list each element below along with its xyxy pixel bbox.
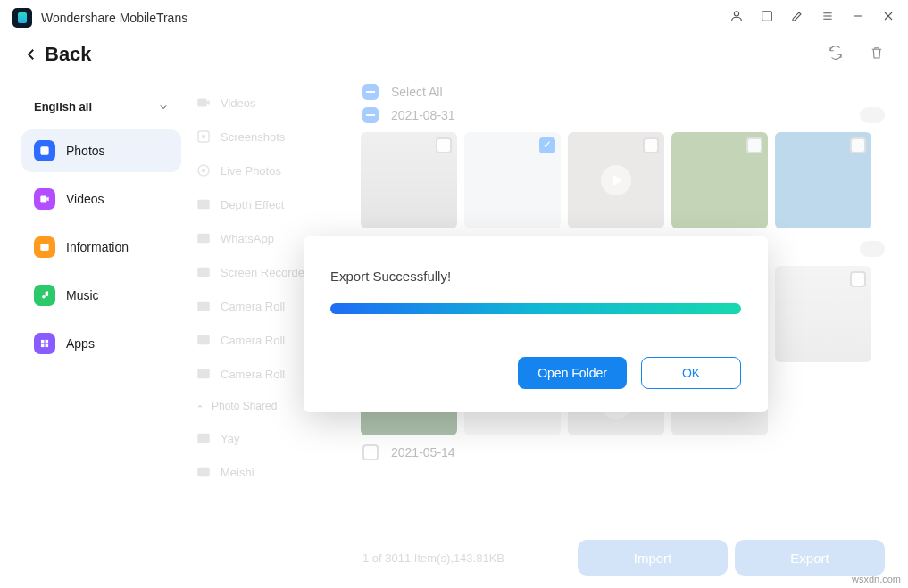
folder-item[interactable]: Videos <box>188 86 354 120</box>
close-icon[interactable] <box>881 9 896 27</box>
svg-rect-1 <box>762 12 772 21</box>
folder-item[interactable]: Yay <box>188 421 354 455</box>
sidebar-item-information[interactable]: Information <box>21 226 181 269</box>
feedback-icon[interactable] <box>760 9 774 27</box>
back-button[interactable]: Back <box>23 43 92 66</box>
export-button[interactable]: Export <box>735 540 885 576</box>
svg-rect-4 <box>40 244 48 251</box>
folder-item[interactable]: Depth Effect <box>188 187 354 221</box>
menu-icon[interactable] <box>821 9 835 27</box>
music-icon <box>34 285 55 306</box>
sidebar-item-label: Information <box>66 240 129 254</box>
svg-point-13 <box>202 169 206 173</box>
svg-rect-20 <box>197 434 210 443</box>
account-icon[interactable] <box>729 9 744 27</box>
status-text: 1 of 3011 Item(s),143.81KB <box>362 551 504 565</box>
thumb-checkbox[interactable] <box>643 137 659 153</box>
photo-thumbnail[interactable] <box>775 132 871 228</box>
date-group-label: 2021-05-14 <box>391 445 455 460</box>
sidebar-item-photos[interactable]: Photos <box>21 129 181 172</box>
sidebar-item-label: Music <box>66 288 99 302</box>
import-button[interactable]: Import <box>578 540 728 576</box>
thumb-checkbox[interactable] <box>539 137 555 153</box>
play-icon <box>601 165 631 195</box>
svg-rect-2 <box>40 146 48 154</box>
group-checkbox[interactable] <box>362 107 379 123</box>
thumb-checkbox[interactable] <box>436 137 452 153</box>
photo-thumbnail[interactable] <box>361 132 457 228</box>
window-controls <box>729 9 896 27</box>
watermark: wsxdn.com <box>852 574 901 584</box>
open-folder-button[interactable]: Open Folder <box>518 357 627 389</box>
select-all-checkbox[interactable] <box>362 84 379 100</box>
thumb-checkbox[interactable] <box>850 271 866 287</box>
svg-rect-18 <box>197 335 210 345</box>
thumb-checkbox[interactable] <box>850 137 866 153</box>
photo-thumbnail[interactable] <box>568 132 664 228</box>
thumb-checkbox[interactable] <box>746 137 762 153</box>
app-logo <box>12 8 32 28</box>
refresh-icon[interactable] <box>828 45 844 64</box>
progress-bar <box>330 303 741 314</box>
select-all-label: Select All <box>391 85 443 99</box>
sidebar-item-label: Photos <box>66 144 105 158</box>
count-pill <box>860 107 885 123</box>
svg-rect-3 <box>40 196 46 203</box>
category-sidebar: English all Photos Videos Information Mu… <box>14 80 188 579</box>
sidebar-item-videos[interactable]: Videos <box>21 178 181 220</box>
group-checkbox[interactable] <box>362 444 379 460</box>
apps-icon <box>34 333 55 354</box>
folder-item[interactable]: Screenshots <box>188 120 354 153</box>
sidebar-item-music[interactable]: Music <box>21 274 181 317</box>
chevron-down-icon <box>158 102 169 112</box>
ok-button[interactable]: OK <box>641 357 741 389</box>
date-group-label: 2021-08-31 <box>391 108 455 122</box>
svg-rect-16 <box>197 268 210 277</box>
language-selector[interactable]: English all <box>21 93 181 129</box>
svg-rect-7 <box>41 344 45 348</box>
svg-rect-15 <box>197 234 210 244</box>
thumbnail-row <box>357 127 890 234</box>
edit-icon[interactable] <box>790 9 804 27</box>
back-row: Back <box>0 36 908 80</box>
svg-rect-19 <box>197 369 210 379</box>
photo-thumbnail[interactable] <box>671 132 768 228</box>
app-title: Wondershare MobileTrans <box>41 11 187 25</box>
information-icon <box>34 236 55 258</box>
titlebar: Wondershare MobileTrans <box>0 0 908 36</box>
sidebar-item-apps[interactable]: Apps <box>21 322 181 365</box>
svg-point-0 <box>734 12 738 16</box>
content-footer: 1 of 3011 Item(s),143.81KB Import Export <box>357 531 890 579</box>
svg-rect-6 <box>46 340 49 344</box>
svg-rect-17 <box>197 302 210 311</box>
svg-rect-21 <box>197 468 210 477</box>
svg-rect-9 <box>197 99 207 107</box>
back-label: Back <box>45 43 92 66</box>
sidebar-item-label: Videos <box>66 192 104 206</box>
svg-rect-5 <box>41 340 45 344</box>
dialog-title: Export Successfully! <box>330 269 741 284</box>
svg-rect-14 <box>197 200 210 210</box>
export-success-dialog: Export Successfully! Open Folder OK <box>304 236 768 412</box>
photo-thumbnail[interactable] <box>464 132 561 228</box>
language-label: English all <box>34 100 92 113</box>
minimize-icon[interactable] <box>851 9 865 27</box>
videos-icon <box>34 188 55 210</box>
svg-rect-8 <box>46 344 49 348</box>
photos-icon <box>34 140 55 161</box>
folder-item[interactable]: Meishi <box>188 455 354 489</box>
folder-item[interactable]: Live Photos <box>188 153 354 187</box>
photo-thumbnail[interactable] <box>775 266 871 362</box>
delete-icon[interactable] <box>869 45 885 64</box>
count-pill <box>860 241 885 257</box>
svg-point-11 <box>202 135 206 139</box>
sidebar-item-label: Apps <box>66 336 95 351</box>
